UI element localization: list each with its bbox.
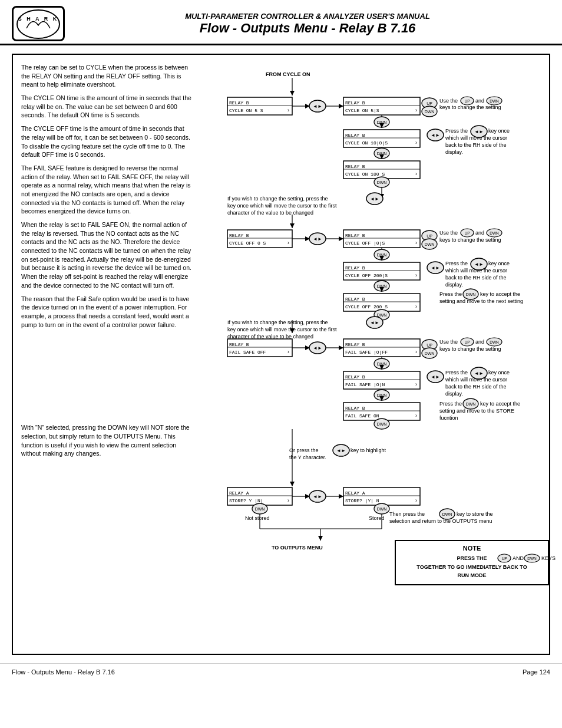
from-cycle-on-label: FROM CYCLE ON xyxy=(266,71,310,77)
svg-text:RELAY B: RELAY B xyxy=(345,374,365,380)
para6: The reason that the Fail Safe option wou… xyxy=(21,295,192,330)
svg-marker-3 xyxy=(290,91,295,95)
svg-text:FAIL  SAFE  |O|FF: FAIL SAFE |O|FF xyxy=(345,350,388,355)
svg-text:RELAY B: RELAY B xyxy=(345,233,365,238)
svg-text:DWN: DWN xyxy=(425,351,435,355)
svg-text:key to store the: key to store the xyxy=(457,511,493,517)
svg-text:UP: UP xyxy=(427,343,432,347)
svg-text:DWN: DWN xyxy=(377,422,387,426)
svg-text:Press the: Press the xyxy=(439,291,462,297)
svg-text:Press the: Press the xyxy=(439,401,462,407)
svg-text:keys to change the setting: keys to change the setting xyxy=(439,104,501,110)
svg-text:RELAY A: RELAY A xyxy=(345,490,365,496)
svg-marker-68 xyxy=(290,223,295,228)
svg-text:◄►: ◄► xyxy=(313,236,322,242)
svg-text:AND: AND xyxy=(513,555,524,561)
para3: The CYCLE OFF time is the amount of time… xyxy=(21,124,192,159)
svg-text:display.: display. xyxy=(445,391,463,397)
svg-text:RELAY B: RELAY B xyxy=(345,342,365,347)
svg-text:Press the: Press the xyxy=(445,261,468,266)
svg-marker-216 xyxy=(339,494,343,499)
svg-text:CYCLE  OFF   0 S: CYCLE OFF 0 S xyxy=(229,241,266,246)
svg-text:RUN MODE: RUN MODE xyxy=(458,572,487,578)
svg-text:◄►: ◄► xyxy=(313,345,322,351)
svg-text:›: › xyxy=(287,349,289,355)
svg-text:›: › xyxy=(415,272,417,278)
left-text-column: The relay can be set to CYCLE when the p… xyxy=(21,63,192,463)
svg-text:RELAY B: RELAY B xyxy=(345,297,365,302)
svg-text:CYCLE  OFF 200 S: CYCLE OFF 200 S xyxy=(345,304,388,309)
para2: The CYCLE ON time is the amount of time … xyxy=(21,94,192,120)
svg-text:CYCLE  OFF 200|S: CYCLE OFF 200|S xyxy=(345,273,388,278)
svg-text:◄►: ◄► xyxy=(431,133,440,138)
svg-text:setting and move to the next s: setting and move to the next setting xyxy=(439,298,523,304)
svg-text:◄►: ◄► xyxy=(313,494,322,499)
svg-text:›: › xyxy=(415,498,417,503)
svg-text:which will move the cursor: which will move the cursor xyxy=(445,135,507,141)
svg-text:›: › xyxy=(415,349,417,355)
svg-text:key to accept the: key to accept the xyxy=(480,291,520,297)
svg-text:DWN: DWN xyxy=(425,242,435,246)
svg-text:›: › xyxy=(415,171,417,177)
svg-text:PRESS THE: PRESS THE xyxy=(457,555,487,561)
svg-text:TOGETHER TO GO IMMEDIATELY BAC: TOGETHER TO GO IMMEDIATELY BACK TO xyxy=(416,564,527,570)
svg-text:RELAY A: RELAY A xyxy=(229,490,249,496)
svg-text:If you wish to change the sett: If you wish to change the setting, press… xyxy=(227,196,328,202)
svg-text:FAIL  SAFE  OFF: FAIL SAFE OFF xyxy=(229,350,266,355)
svg-text:back to the RH side of the: back to the RH side of the xyxy=(445,384,507,390)
svg-text:DWN: DWN xyxy=(425,110,435,114)
svg-text:UP: UP xyxy=(427,101,432,106)
svg-text:›: › xyxy=(287,240,289,246)
svg-text:setting and move to the STORE: setting and move to the STORE xyxy=(439,408,514,414)
svg-text:keys to change the setting: keys to change the setting xyxy=(439,346,501,352)
svg-text:KEYS: KEYS xyxy=(541,555,556,561)
svg-marker-14 xyxy=(339,104,343,108)
svg-text:Not stored: Not stored xyxy=(245,515,270,521)
svg-text:back to the RH side of the: back to the RH side of the xyxy=(445,142,507,148)
svg-text:DWN: DWN xyxy=(490,231,499,235)
svg-text:back to the RH side of the: back to the RH side of the xyxy=(445,275,507,281)
svg-text:fucntion: fucntion xyxy=(439,415,458,421)
para7: With "N" selected, pressing the DOWN key… xyxy=(21,423,192,458)
svg-text:key once: key once xyxy=(488,128,510,134)
svg-text:RELAY B: RELAY B xyxy=(345,164,365,169)
svg-text:and: and xyxy=(475,339,484,345)
diagram-svg: FROM CYCLE ON RELAY B CYCLE ON 5 S › ◄► … xyxy=(195,63,562,641)
svg-text:UP: UP xyxy=(464,340,470,344)
svg-text:Press the: Press the xyxy=(445,128,468,134)
svg-text:and: and xyxy=(475,98,484,104)
svg-text:›: › xyxy=(415,413,417,419)
svg-text:◄►: ◄► xyxy=(431,265,440,271)
svg-text:UP: UP xyxy=(501,556,507,561)
para5: When the relay is set to FAIL SAFE ON, t… xyxy=(21,220,192,290)
svg-text:key once which will move the c: key once which will move the cursor to t… xyxy=(227,203,337,209)
svg-text:RELAY B: RELAY B xyxy=(229,342,249,347)
svg-text:key to highlight: key to highlight xyxy=(351,447,386,453)
svg-text:DWN: DWN xyxy=(377,180,387,185)
svg-text:RELAY B: RELAY B xyxy=(345,133,365,138)
svg-marker-205 xyxy=(290,482,295,486)
svg-text:◄►: ◄► xyxy=(370,196,379,202)
svg-text:›: › xyxy=(415,240,417,246)
svg-text:DWN: DWN xyxy=(527,556,537,561)
logo: S H A R K xyxy=(12,6,65,41)
svg-text:S H A R K: S H A R K xyxy=(18,16,58,22)
svg-text:›: › xyxy=(415,304,417,309)
header-title: Flow - Outputs Menu - Relay B 7.16 xyxy=(65,21,550,36)
svg-text:and: and xyxy=(475,230,484,236)
svg-text:UP: UP xyxy=(464,231,470,235)
svg-text:RELAY B: RELAY B xyxy=(229,233,249,238)
svg-text:TO OUTPUTS MENU: TO OUTPUTS MENU xyxy=(272,545,323,551)
svg-marker-79 xyxy=(339,236,343,241)
svg-marker-237 xyxy=(318,536,323,541)
footer-left: Flow - Outputs Menu - Relay B 7.16 xyxy=(12,668,115,676)
svg-text:DWN: DWN xyxy=(466,292,476,297)
header: S H A R K MULTI-PARAMETER CONTROLLER & A… xyxy=(0,0,562,45)
footer: Flow - Outputs Menu - Relay B 7.16 Page … xyxy=(0,663,562,680)
svg-text:◄►: ◄► xyxy=(370,320,379,325)
svg-text:If you wish to change the sett: If you wish to change the setting, press… xyxy=(227,319,328,325)
svg-marker-147 xyxy=(339,345,343,350)
svg-text:Use the: Use the xyxy=(439,230,458,236)
svg-text:DWN: DWN xyxy=(255,507,265,511)
svg-text:key once: key once xyxy=(488,370,510,375)
